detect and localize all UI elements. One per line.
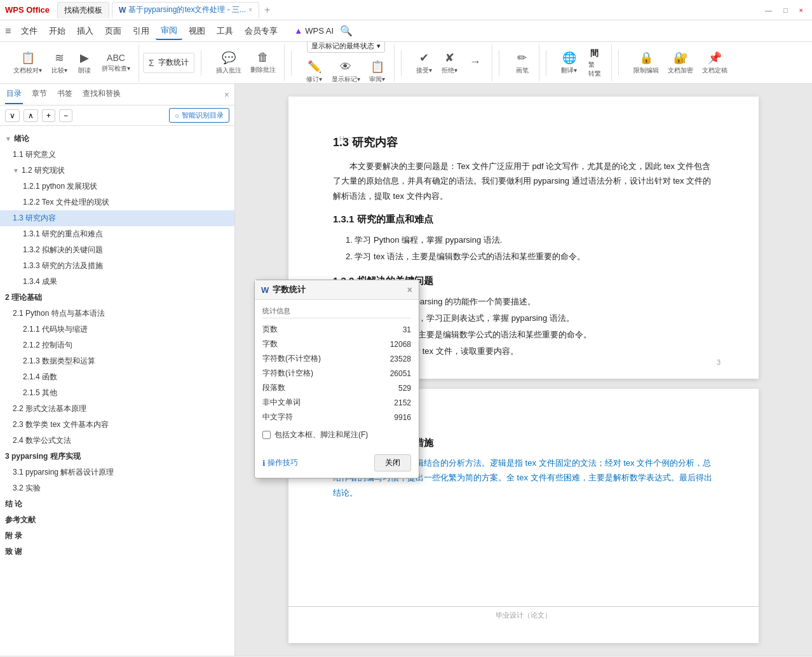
new-tab-button[interactable]: + xyxy=(262,4,273,16)
tab-doc-close[interactable]: × xyxy=(248,6,252,13)
review-pane-icon: 📋 xyxy=(370,60,384,74)
wps-ai-button[interactable]: ▲ WPS AI xyxy=(294,26,334,36)
doccheck-button[interactable]: 📋 文档校对▾ xyxy=(10,49,45,77)
word-count-icon: Σ xyxy=(149,58,154,68)
dialog-footer: ℹ 操作技巧 关闭 xyxy=(255,450,419,478)
toolbar-doccheck-group: 📋 文档校对▾ ≋ 比较▾ ▶ 朗读 ABC 拼写检查▾ xyxy=(5,44,139,81)
textbox-footnote-checkbox[interactable] xyxy=(262,431,271,439)
track-dropdown-arrow: ▾ xyxy=(377,42,381,50)
restrict-edit-label: 限制编辑 xyxy=(633,66,659,75)
toc-item-toc-1-3-3[interactable]: 1.3.3 研究的方法及措施 xyxy=(0,258,234,274)
sidebar-tab-findreplace[interactable]: 查找和替换 xyxy=(81,85,122,104)
toc-tree: ▼绪论1.1 研究意义▼1.2 研究现状1.2.1 python 发展现状1.2… xyxy=(0,126,234,656)
toc-item-toc-2-1-1[interactable]: 2.1.1 代码块与缩进 xyxy=(0,322,234,337)
toc-item-toc-2-1-2[interactable]: 2.1.2 控制语句 xyxy=(0,337,234,353)
maximize-button[interactable]: □ xyxy=(780,6,792,14)
toc-item-toc-2-1-5[interactable]: 2.1.5 其他 xyxy=(0,385,234,401)
menu-review[interactable]: 审阅 xyxy=(156,22,182,40)
accept-icon: ✔ xyxy=(419,51,429,65)
toolbar-pen-group: ✏ 画笔 xyxy=(506,44,539,81)
review-pane-button[interactable]: 📋 审阅▾ xyxy=(366,58,389,84)
close-button[interactable]: × xyxy=(795,6,807,14)
toc-remove-button[interactable]: − xyxy=(59,109,72,122)
doc-final-button[interactable]: 📌 文档定稿 xyxy=(699,49,731,77)
toc-down-button[interactable]: ∨ xyxy=(5,109,20,122)
delete-comment-button[interactable]: 🗑 删除批注 xyxy=(247,49,279,76)
compare-button[interactable]: ≋ 比较▾ xyxy=(48,49,71,77)
stat-label-paragraphs: 段落数 xyxy=(262,383,379,393)
toc-item-toc-3-2[interactable]: 3.2 实验 xyxy=(0,480,234,496)
restrict-edit-button[interactable]: 🔒 限制编辑 xyxy=(630,49,662,77)
toc-item-toc-1-3[interactable]: 1.3 研究内容 xyxy=(0,210,234,226)
accept-button[interactable]: ✔ 接受▾ xyxy=(413,49,436,77)
menu-vip[interactable]: 会员专享 xyxy=(240,23,283,39)
dialog-checkbox-area[interactable]: 包括文本框、脚注和尾注(F) xyxy=(262,430,411,440)
checkbox-label: 包括文本框、脚注和尾注(F) xyxy=(274,430,368,440)
toc-add-button[interactable]: + xyxy=(42,109,55,122)
toc-item-toc-1-3-1[interactable]: 1.3.1 研究的重点和难点 xyxy=(0,226,234,242)
toc-item-toc-jielun[interactable]: 结 论 xyxy=(0,496,234,512)
toc-item-toc-1-2-2[interactable]: 1.2.2 Tex 文件处理的现状 xyxy=(0,194,234,210)
menu-tools[interactable]: 工具 xyxy=(212,23,238,39)
menu-view[interactable]: 视图 xyxy=(184,23,210,39)
next-change-button[interactable]: → xyxy=(464,53,487,72)
delete-comment-label: 删除批注 xyxy=(250,65,276,74)
track-dropdown[interactable]: 显示标记的最终状态 ▾ xyxy=(307,42,385,53)
show-mark-button[interactable]: 👁 显示标记▾ xyxy=(328,58,363,85)
menu-file[interactable]: 文件 xyxy=(16,23,43,39)
toc-item-toc-3-1[interactable]: 3.1 pyparsing 解析器设计原理 xyxy=(0,464,234,480)
translate-button[interactable]: 🌐 翻译▾ xyxy=(558,49,581,77)
toc-item-toc-zhixie[interactable]: 致 谢 xyxy=(0,544,234,560)
sidebar-close-button[interactable]: × xyxy=(224,90,229,100)
tab-doc[interactable]: W 基于pyparsing的tex文件处理 - 三... × xyxy=(112,2,259,18)
tab-find[interactable]: 找稿壳模板 xyxy=(57,2,109,18)
pen-button[interactable]: ✏ 画笔 xyxy=(511,49,534,77)
read-label: 朗读 xyxy=(78,66,91,75)
toc-item-toc-2[interactable]: 2 理论基础 xyxy=(0,290,234,306)
sidebar-tab-toc[interactable]: 目录 xyxy=(5,85,23,104)
toc-item-toc-1-3-4[interactable]: 1.3.4 成果 xyxy=(0,274,234,290)
toc-item-toc-1-3-2[interactable]: 1.3.2 拟解决的关键问题 xyxy=(0,242,234,258)
menu-insert[interactable]: 插入 xyxy=(72,23,98,39)
tips-link[interactable]: ℹ 操作技巧 xyxy=(262,457,298,468)
toc-item-toc-2-4[interactable]: 2.4 数学公式文法 xyxy=(0,433,234,449)
document-area[interactable]: H₂ :: 1.3 研究内容 本文要要解决的主要问题是：Tex 文件广泛应用于 … xyxy=(235,84,812,656)
reject-button[interactable]: ✘ 拒绝▾ xyxy=(438,49,461,77)
hamburger-icon[interactable]: ≡ xyxy=(5,25,11,37)
trad-chinese-button[interactable]: 間 繁转繁 xyxy=(583,46,606,80)
insert-comment-button[interactable]: 💬 插入批注 xyxy=(213,49,245,77)
stat-row-nonzh-words: 非中文单词 2152 xyxy=(262,395,411,410)
toc-item-toc-cankao[interactable]: 参考文献 xyxy=(0,512,234,528)
toc-item-toc-2-1-3[interactable]: 2.1.3 数据类型和运算 xyxy=(0,353,234,369)
doc-encrypt-icon: 🔐 xyxy=(673,51,687,65)
insert-comment-icon: 💬 xyxy=(222,51,236,65)
read-button[interactable]: ▶ 朗读 xyxy=(73,49,96,77)
toc-item-toc-2-2[interactable]: 2.2 形式文法基本原理 xyxy=(0,401,234,417)
toc-item-toc-2-3[interactable]: 2.3 数学类 tex 文件基本内容 xyxy=(0,417,234,433)
dialog-title-close[interactable]: × xyxy=(407,285,412,295)
minimize-button[interactable]: — xyxy=(761,6,776,14)
toc-item-toc-1-1[interactable]: 1.1 研究意义 xyxy=(0,147,234,163)
menu-page[interactable]: 页面 xyxy=(100,23,126,39)
toc-item-toc-2-1-4[interactable]: 2.1.4 函数 xyxy=(0,369,234,385)
menu-start[interactable]: 开始 xyxy=(44,23,71,39)
toc-item-toc-2-1[interactable]: 2.1 Python 特点与基本语法 xyxy=(0,306,234,322)
word-count-button[interactable]: Σ 字数统计 xyxy=(143,53,194,73)
sidebar-tab-chapter[interactable]: 章节 xyxy=(30,85,48,104)
toc-item-toc-3[interactable]: 3 pyparsing 程序实现 xyxy=(0,449,234,464)
smart-toc-button[interactable]: ○ 智能识别目录 xyxy=(169,108,229,123)
track-button[interactable]: ✏️ 修订▾ xyxy=(303,58,326,84)
toc-item-toc-1-2-1[interactable]: 1.2.1 python 发展现状 xyxy=(0,179,234,194)
sidebar-tab-bookmark[interactable]: 书签 xyxy=(56,85,74,104)
spell-icon: ABC xyxy=(107,53,125,63)
toc-up-button[interactable]: ∧ xyxy=(24,109,38,122)
doc-encrypt-button[interactable]: 🔐 文档加密 xyxy=(665,49,696,77)
dialog-w-logo: W xyxy=(261,285,269,295)
spell-button[interactable]: ABC 拼写检查▾ xyxy=(98,51,133,75)
dialog-close-button[interactable]: 关闭 xyxy=(374,454,411,471)
menu-cite[interactable]: 引用 xyxy=(128,23,154,39)
toc-item-toc-fulu[interactable]: 附 录 xyxy=(0,528,234,544)
search-icon[interactable]: 🔍 xyxy=(340,25,353,37)
toc-item-toc-xuanlun[interactable]: ▼绪论 xyxy=(0,131,234,147)
toc-item-toc-1-2[interactable]: ▼1.2 研究现状 xyxy=(0,163,234,179)
